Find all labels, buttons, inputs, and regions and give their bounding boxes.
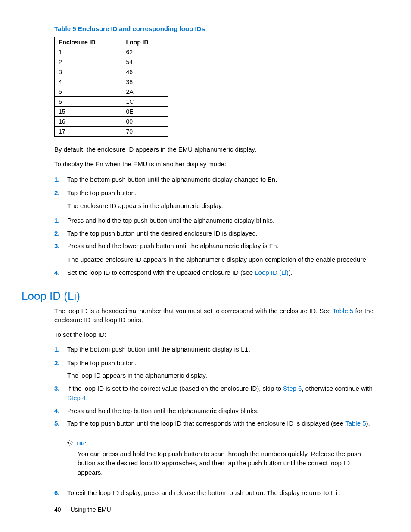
text: . [277, 242, 279, 249]
code-text: Li [330, 490, 338, 497]
code-text: En [269, 243, 277, 250]
step-number: 2. [54, 358, 60, 368]
list-item: 1. Press and hold the top push button un… [54, 216, 385, 225]
text: Tap the top push button until the loop I… [67, 420, 345, 427]
text: when the EMU is in another display mode: [103, 160, 226, 168]
text: . [249, 345, 250, 353]
cell: 6 [55, 97, 122, 107]
svg-point-0 [68, 442, 71, 444]
page-number: 40 [54, 506, 61, 513]
cross-ref-link[interactable]: Step 4 [67, 394, 86, 401]
procedure-list: 6. To exit the loop ID display, press an… [54, 488, 385, 498]
table-row: 438 [55, 77, 168, 87]
step-number: 1. [54, 175, 60, 184]
section-heading: Loop ID (Li) [22, 289, 385, 303]
text: The loop ID is a hexadecimal number that… [54, 307, 333, 314]
table-header-loop: Loop ID [122, 37, 168, 47]
text: Set the loop ID to correspond with the u… [67, 269, 255, 276]
paragraph: By default, the enclosure ID appears in … [54, 145, 385, 154]
sub-text: The enclosure ID appears in the alphanum… [67, 201, 385, 211]
list-item: 2. Tap the top push button until the des… [54, 229, 385, 238]
text: Press and hold the top push button until… [67, 217, 274, 224]
paragraph: The loop ID is a hexadecimal number that… [54, 306, 385, 325]
step-number: 3. [54, 384, 60, 393]
enclosure-loop-table: Enclosure ID Loop ID 162 254 346 438 52A… [54, 37, 168, 137]
svg-line-6 [72, 444, 72, 445]
code-text: En [96, 161, 103, 168]
svg-line-5 [68, 441, 68, 441]
code-text: En [268, 177, 275, 184]
list-item: 1. Tap the bottom push button until the … [54, 175, 385, 185]
table-row: 52A [55, 87, 168, 97]
footer-section: Using the EMU [70, 506, 111, 513]
text: , otherwise continue with [302, 385, 372, 392]
list-item: 4. Set the loop ID to correspond with th… [54, 268, 385, 277]
text: . [86, 394, 87, 401]
text: Press and hold the top button until the … [67, 407, 258, 414]
step-number: 2. [54, 188, 60, 198]
tip-box: TIP: You can press and hold the top push… [66, 436, 385, 482]
table-header-enclosure: Enclosure ID [55, 37, 122, 47]
text: Tap the top push button. [67, 189, 137, 196]
table-row: 150E [55, 107, 168, 117]
table-title: Table 5 Enclosure ID and corresponding l… [54, 25, 385, 32]
table-row: 162 [55, 47, 168, 57]
cell: 5 [55, 87, 122, 97]
cell: 2A [122, 87, 168, 97]
sub-text: The updated enclosure ID appears in the … [67, 255, 385, 264]
cell: 62 [122, 47, 168, 57]
sub-text: The loop ID appears in the alphanumeric … [67, 371, 385, 380]
cell: 38 [122, 77, 168, 87]
table-row: 1600 [55, 117, 168, 127]
cell: 54 [122, 57, 168, 67]
cell: 1 [55, 47, 122, 57]
cross-ref-link[interactable]: Loop ID (Li) [255, 269, 288, 276]
cell: 15 [55, 107, 122, 117]
cross-ref-link[interactable]: Table 5 [333, 307, 353, 314]
text: . [338, 489, 340, 496]
step-number: 1. [54, 345, 60, 354]
text: . [275, 176, 277, 183]
cell: 46 [122, 67, 168, 77]
code-text: Li [241, 346, 249, 354]
cell: 2 [55, 57, 122, 67]
cross-ref-link[interactable]: Step 6 [283, 385, 302, 392]
text: To exit the loop ID display, press and r… [67, 489, 330, 496]
procedure-list: 1. Tap the bottom push button until the … [54, 345, 385, 428]
tip-label: TIP: [76, 440, 87, 447]
page-footer: 40 Using the EMU [54, 506, 111, 513]
step-number: 6. [54, 488, 60, 498]
cell: 3 [55, 67, 122, 77]
step-number: 1. [54, 216, 60, 225]
lightbulb-icon [66, 439, 73, 448]
table-row: 346 [55, 67, 168, 77]
list-item: 2. Tap the top push button. The loop ID … [54, 358, 385, 381]
list-item: 3. Press and hold the lower push button … [54, 241, 385, 264]
text: Tap the bottom push button until the alp… [67, 345, 241, 353]
list-item: 2. Tap the top push button. The enclosur… [54, 188, 385, 211]
text: ). [366, 420, 370, 427]
step-number: 4. [54, 268, 60, 277]
cell: 4 [55, 77, 122, 87]
cell: 1C [122, 97, 168, 107]
cell: 00 [122, 117, 168, 127]
text: If the loop ID is set to the correct val… [67, 385, 283, 392]
step-number: 5. [54, 419, 60, 428]
list-item: 5. Tap the top push button until the loo… [54, 419, 385, 428]
step-number: 4. [54, 406, 60, 416]
svg-line-7 [68, 444, 68, 445]
cell: 17 [55, 127, 122, 137]
text: Tap the top push button until the desire… [67, 230, 258, 237]
text: Tap the bottom push button until the alp… [67, 176, 268, 183]
table-row: 254 [55, 57, 168, 67]
text: ). [289, 269, 293, 276]
list-item: 1. Tap the bottom push button until the … [54, 345, 385, 355]
cell: 70 [122, 127, 168, 137]
text: Press and hold the lower push button unt… [67, 242, 269, 249]
cell: 0E [122, 107, 168, 117]
paragraph: To display the En when the EMU is in ano… [54, 159, 385, 170]
procedure-list: 1. Press and hold the top push button un… [54, 216, 385, 277]
step-number: 2. [54, 229, 60, 238]
procedure-list: 1. Tap the bottom push button until the … [54, 175, 385, 211]
cross-ref-link[interactable]: Table 5 [345, 420, 366, 427]
